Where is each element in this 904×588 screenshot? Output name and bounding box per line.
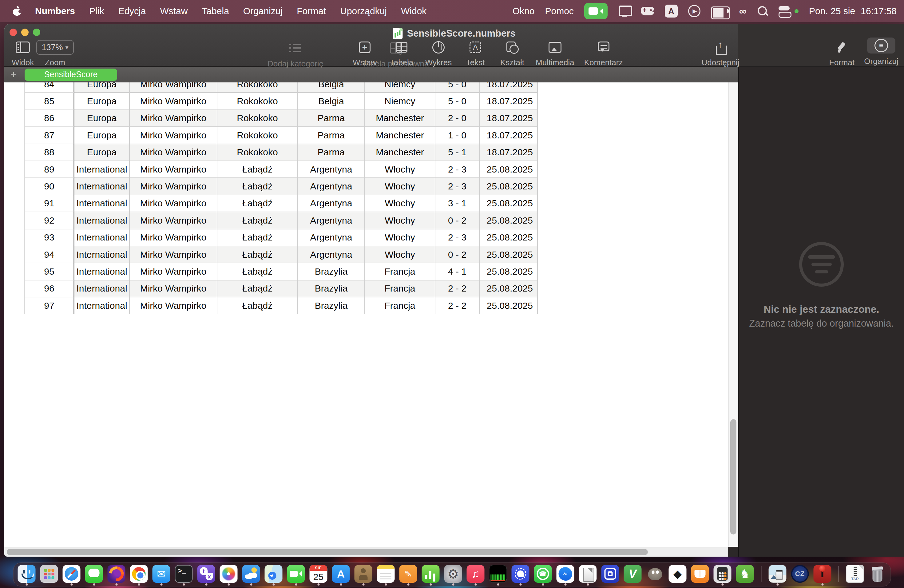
table-cell[interactable]: 5 - 1 xyxy=(435,144,480,161)
table-cell[interactable]: 25.08.2025 xyxy=(480,280,538,297)
menu-item-numbers[interactable]: Numbers xyxy=(35,6,75,16)
row-header[interactable]: 95 xyxy=(24,263,74,280)
table-cell[interactable]: 2 - 2 xyxy=(435,280,480,297)
shape-button[interactable]: Kształt xyxy=(499,40,526,67)
table-cell[interactable]: Mirko Wampirko xyxy=(130,93,217,110)
minimize-button[interactable] xyxy=(21,28,28,36)
table-cell[interactable]: Argentyna xyxy=(298,195,365,212)
row-header[interactable]: 89 xyxy=(24,161,74,178)
dock-icon-numbers[interactable] xyxy=(422,565,440,586)
table-cell[interactable]: Mirko Wampirko xyxy=(130,178,217,195)
format-button[interactable]: Format xyxy=(823,40,860,67)
row-header[interactable]: 84 xyxy=(24,82,74,93)
table-cell[interactable]: Włochy xyxy=(365,229,435,247)
table-cell[interactable]: 18.07.2025 xyxy=(480,82,538,93)
dock-icon-photos[interactable] xyxy=(220,565,238,586)
play-circle-icon[interactable]: ▶ xyxy=(688,5,700,17)
table-cell[interactable]: Mirko Wampirko xyxy=(130,82,217,93)
table-cell[interactable]: 4 - 1 xyxy=(435,263,480,280)
horizontal-scrollbar-track[interactable] xyxy=(4,547,728,556)
table-cell[interactable]: International xyxy=(74,280,130,297)
dock-icon-contacts[interactable] xyxy=(354,565,372,586)
table-cell[interactable]: Parma xyxy=(298,144,365,161)
table-cell[interactable]: Argentyna xyxy=(298,161,365,178)
dock-icon-messenger[interactable] xyxy=(556,565,574,586)
table-cell[interactable]: 25.08.2025 xyxy=(480,195,538,212)
dock-icon-joystick[interactable] xyxy=(814,565,831,586)
table-cell[interactable]: Łabądź xyxy=(217,195,298,212)
dock-icon-books[interactable] xyxy=(691,565,709,586)
menu-item-wstaw[interactable]: Wstaw xyxy=(160,6,188,16)
table-cell[interactable]: Mirko Wampirko xyxy=(130,212,217,229)
menu-item-organizuj[interactable]: Organizuj xyxy=(243,6,283,16)
table-cell[interactable]: 5 - 0 xyxy=(435,93,480,110)
row-header[interactable]: 96 xyxy=(24,280,74,297)
organize-button[interactable]: ≡ Organizuj xyxy=(860,38,903,66)
table-cell[interactable]: International xyxy=(74,195,130,212)
table-cell[interactable]: International xyxy=(74,297,130,314)
table-cell[interactable]: 0 - 2 xyxy=(435,212,480,229)
dock-icon-pages[interactable]: ✎ xyxy=(400,565,417,586)
menu-item-widok[interactable]: Widok xyxy=(401,6,427,16)
table-cell[interactable]: Mirko Wampirko xyxy=(130,144,217,161)
table-cell[interactable]: 25.08.2025 xyxy=(480,178,538,195)
table-cell[interactable]: Łabądź xyxy=(217,297,298,314)
table-cell[interactable]: Łabądź xyxy=(217,280,298,297)
comment-button[interactable]: Komentarz xyxy=(584,40,623,67)
table-cell[interactable]: International xyxy=(74,247,130,263)
table-cell[interactable]: Włochy xyxy=(365,247,435,263)
fullscreen-button[interactable] xyxy=(33,28,40,36)
dock-icon-maps[interactable] xyxy=(265,565,283,586)
dock-icon-cz[interactable]: CZ xyxy=(791,565,809,586)
dock-icon-weather[interactable] xyxy=(242,565,260,586)
table-cell[interactable]: 3 - 1 xyxy=(435,195,480,212)
dock-icon-photojar[interactable] xyxy=(769,565,787,586)
table-cell[interactable]: Włochy xyxy=(365,161,435,178)
dock-icon-safari[interactable] xyxy=(63,565,81,586)
dock-icon-trash[interactable] xyxy=(869,565,887,586)
table-cell[interactable]: Niemcy xyxy=(365,82,435,93)
dock-icon-facetime[interactable] xyxy=(287,565,305,586)
table-cell[interactable]: 18.07.2025 xyxy=(480,144,538,161)
table-cell[interactable]: Parma xyxy=(298,110,365,127)
table-cell[interactable]: Argentyna xyxy=(298,178,365,195)
dock-icon-gimp[interactable] xyxy=(646,565,664,586)
table-cell[interactable]: 25.08.2025 xyxy=(480,297,538,314)
table-cell[interactable]: Manchester xyxy=(365,144,435,161)
table-cell[interactable]: Łabądź xyxy=(217,263,298,280)
menu-item-tabela[interactable]: Tabela xyxy=(202,6,229,16)
menu-item-plik[interactable]: Plik xyxy=(89,6,104,16)
table-cell[interactable]: Mirko Wampirko xyxy=(130,110,217,127)
dock-icon-notes[interactable] xyxy=(377,565,395,586)
spreadsheet-canvas[interactable]: 84EuropaMirko WampirkoRokokokoBelgiaNiem… xyxy=(4,82,738,556)
table-cell[interactable]: Europa xyxy=(74,144,130,161)
dock-icon-rooster[interactable]: ♞ xyxy=(736,565,754,586)
dock-icon-signal[interactable] xyxy=(512,565,529,586)
table-cell[interactable]: 18.07.2025 xyxy=(480,127,538,144)
control-center-icon[interactable] xyxy=(779,5,791,17)
row-header[interactable]: 94 xyxy=(24,247,74,263)
table-cell[interactable]: Rokokoko xyxy=(217,127,298,144)
dock-icon-vgreen[interactable]: V xyxy=(624,565,642,586)
table-cell[interactable]: Niemcy xyxy=(365,93,435,110)
table-cell[interactable]: Mirko Wampirko xyxy=(130,280,217,297)
table-cell[interactable]: International xyxy=(74,178,130,195)
add-category-button[interactable]: Dodaj kategorię xyxy=(257,41,334,69)
table-cell[interactable]: Manchester xyxy=(365,110,435,127)
menu-item-format[interactable]: Format xyxy=(297,6,326,16)
row-header[interactable]: 85 xyxy=(24,93,74,110)
table-cell[interactable]: Mirko Wampirko xyxy=(130,263,217,280)
row-header[interactable]: 92 xyxy=(24,212,74,229)
table-cell[interactable]: Manchester xyxy=(365,127,435,144)
dock-icon-calendar[interactable]: SIE25 xyxy=(310,565,327,586)
table-cell[interactable]: Europa xyxy=(74,93,130,110)
zoom-control[interactable]: 137% ▾ Zoom xyxy=(36,40,74,67)
dock-icon-inkscape[interactable]: ◆ xyxy=(669,565,687,586)
dock-icon-settings[interactable]: ⚙ xyxy=(444,565,462,586)
table-cell[interactable]: Parma xyxy=(298,127,365,144)
table-cell[interactable]: Mirko Wampirko xyxy=(130,127,217,144)
table-cell[interactable]: Mirko Wampirko xyxy=(130,195,217,212)
table-cell[interactable]: Europa xyxy=(74,82,130,93)
dock-icon-appstore[interactable]: A xyxy=(332,565,350,586)
spotlight-search-icon[interactable] xyxy=(757,6,768,17)
